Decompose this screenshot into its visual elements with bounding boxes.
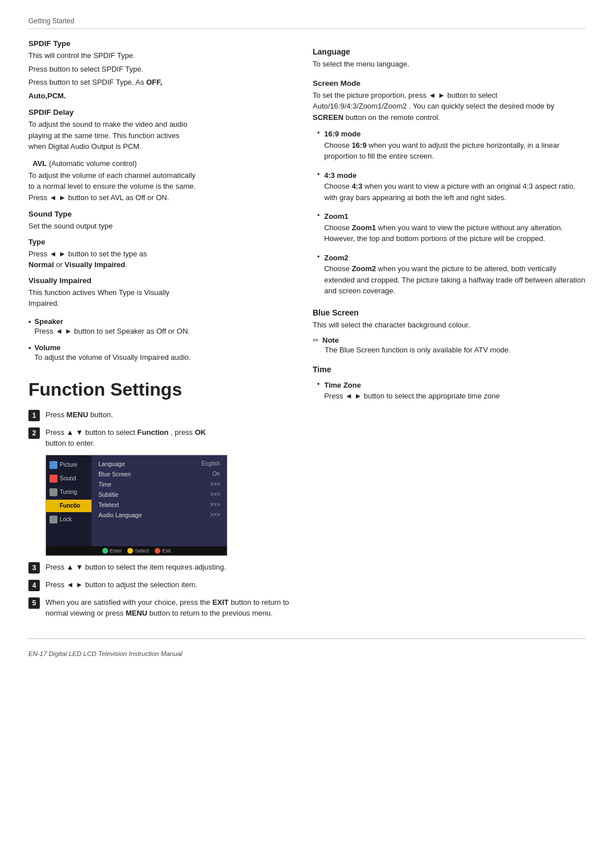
menu-function-label: Functio [60,502,80,509]
menu-left-panel: Picture Sound Tuning [46,455,92,546]
mode-43-bullet: • [317,171,320,178]
spdif-type-title: SPDIF Type [28,39,290,48]
step-1-text: Press MENU button. [45,409,113,421]
step-5-text: When you are satisfied with your choice,… [45,597,290,619]
mode-zoom2: • Zoom2 Choose Zoom2 when you want the p… [313,252,586,299]
step-1-num: 1 [28,410,40,421]
mode-zoom1-content: Zoom1 Choose Zoom1 when you want to view… [324,211,586,247]
mode-zoom2-bullet: • [317,253,320,261]
mode-169-title: 16:9 mode [324,128,586,140]
menu-item-lock: Lock [46,513,92,526]
blue-screen-body: This will select the character backgroun… [313,319,586,331]
mode-zoom2-body: Choose Zoom2 when you want the picture t… [324,263,586,297]
footer: EN-17 Digital LED LCD Television Instruc… [28,645,586,657]
time-zone-label: Time Zone [324,380,500,391]
note-body: The Blue Screen function is only availab… [322,344,511,356]
steps-list: 1 Press MENU button. 2 Press ▲ ▼ button … [28,409,290,619]
volume-content: Volume To adjust the volume of Visually … [35,343,191,366]
visually-impaired-section: Visually Impaired This function actives … [28,276,290,309]
menu-row-time-key: Time [98,481,111,488]
blue-screen-section: Blue Screen This will select the charact… [313,308,586,358]
bar-select-label: Select [135,548,149,554]
note-content: Note The Blue Screen function is only av… [322,336,511,358]
tuning-icon [49,488,57,496]
footer-divider [28,638,586,639]
screen-mode-section: Screen Mode To set the picture proportio… [313,79,586,299]
mode-zoom1: • Zoom1 Choose Zoom1 when you want to vi… [313,211,586,247]
mode-43-title: 4:3 mode [324,170,586,181]
menu-item-function: Functio [46,500,92,512]
bar-exit-label: Exit [162,548,171,554]
mode-169-body: Choose 16:9 when you want to adjust the … [324,140,586,162]
sound-type-body: Set the sound output type [28,221,290,232]
step-4-text: Press ◄ ► button to adjust the selection… [45,579,197,591]
language-body: To select the menu language. [313,59,586,70]
speaker-content: Speaker Press ◄ ► button to set Speaker … [35,317,190,339]
blue-screen-title: Blue Screen [313,308,586,317]
menu-row-audiolang: Audio Language >>> [96,510,222,520]
type-section: Type Press ◄ ► button to set the type as… [28,238,290,271]
menu-row-subtitle: Subtitle >>> [96,489,222,500]
step-5-num: 5 [28,597,40,609]
step-2-num: 2 [28,427,40,439]
spdif-type-section: SPDIF Type This will control the SPDIF T… [28,39,290,101]
bar-enter-label: Enter [110,548,122,554]
bar-item-select: Select [127,548,149,554]
mode-169-content: 16:9 mode Choose 16:9 when you want to a… [324,128,586,164]
two-col-layout: SPDIF Type This will control the SPDIF T… [28,39,586,625]
speaker-label: Speaker [35,317,64,326]
step-4: 4 Press ◄ ► button to adjust the selecti… [28,579,290,591]
step-5: 5 When you are satisfied with your choic… [28,597,290,619]
spdif-type-line4: Auto,PCM. [28,90,290,102]
spdif-delay-title: SPDIF Delay [28,108,290,117]
note-title: Note [322,336,339,344]
spdif-type-line1: This will control the SPDIF Type. [28,50,290,61]
menu-row-bluescreen-val: On [213,471,220,477]
menu-row-teletext-val: >>> [210,501,220,508]
bar-item-exit: Exit [155,548,171,554]
sound-icon [49,475,57,483]
volume-label: Volume [35,343,61,352]
menu-row-bluescreen: Blue Screen On [96,469,222,479]
spdif-delay-section: SPDIF Delay To adjust the sound to make … [28,108,290,152]
type-title: Type [28,238,290,246]
volume-item: • Volume To adjust the volume of Visuall… [28,343,290,366]
language-title: Language [313,47,586,56]
mode-zoom2-title: Zoom2 [324,252,586,264]
menu-sidebar: Picture Sound Tuning [46,455,227,546]
step-4-num: 4 [28,580,40,591]
footer-text: EN-17 Digital LED LCD Television Instruc… [28,650,182,657]
breadcrumb: Getting Started [28,17,586,29]
menu-row-time: Time >>> [96,479,222,489]
menu-row-language-key: Language [98,460,125,467]
step-3-num: 3 [28,562,40,574]
menu-tuning-label: Tuning [60,489,77,495]
mode-zoom1-body: Choose Zoom1 when you want to view the p… [324,222,586,244]
function-settings-title: Function Settings [28,379,290,400]
visually-impaired-body: This function actives When Type is Visua… [28,287,290,309]
menu-sound-label: Sound [60,475,76,481]
picture-icon [49,461,57,469]
menu-row-time-val: >>> [210,481,220,488]
step-2: 2 Press ▲ ▼ button to select Function , … [28,427,290,449]
time-title: Time [313,365,586,374]
mode-43: • 4:3 mode Choose 4:3 when you want to v… [313,170,586,206]
avl-title: AVL (Automatic volume control) [28,159,290,168]
menu-row-audiolang-val: >>> [210,512,220,518]
step-3-text: Press ▲ ▼ button to select the item requ… [45,562,226,573]
menu-item-picture: Picture [46,459,92,471]
breadcrumb-text: Getting Started [28,17,74,25]
menu-row-language: Language English [96,459,222,469]
sound-type-section: Sound Type Set the sound output type [28,210,290,232]
lock-icon [49,516,57,524]
mode-169-bullet: • [317,129,320,137]
menu-row-bluescreen-key: Blue Screen [98,471,131,477]
mode-zoom1-bullet: • [317,211,320,219]
volume-bullet: • [28,343,31,352]
mode-43-body: Choose 4:3 when you want to view a pictu… [324,181,586,203]
menu-item-sound: Sound [46,472,92,485]
mode-zoom2-content: Zoom2 Choose Zoom2 when you want the pic… [324,252,586,299]
note-icon: ✏ [313,336,319,344]
menu-row-subtitle-key: Subtitle [98,491,118,498]
menu-right-panel: Language English Blue Screen On Time >>> [92,455,227,546]
